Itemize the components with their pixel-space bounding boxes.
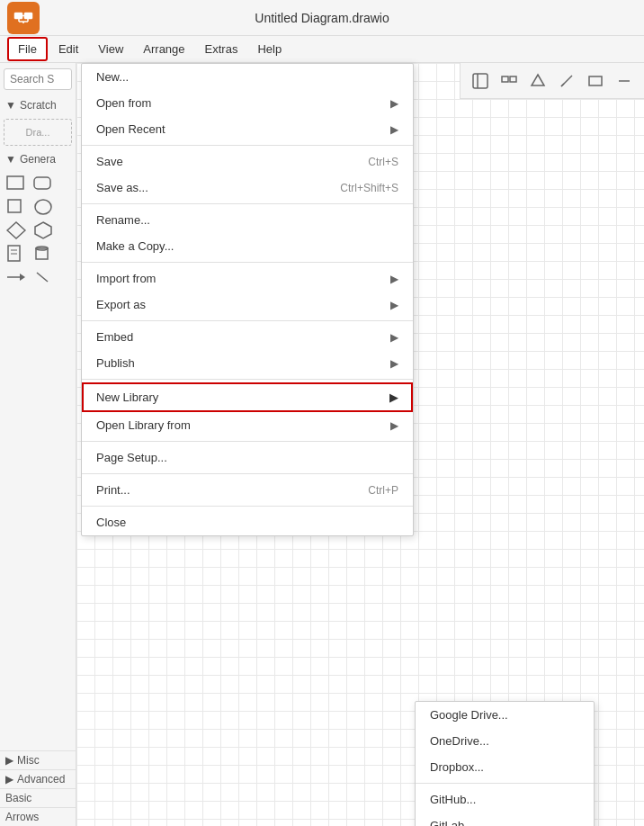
sidebar: ▼ Scratch Dra... ▼ Genera [0,63,76,826]
arrows-label: Arrows [5,811,39,823]
sep-8 [82,506,413,507]
svg-marker-25 [532,75,544,85]
shape-more[interactable] [31,266,56,288]
shapes-area [0,169,76,750]
shape-cylinder[interactable] [31,243,56,265]
submenu-google-drive-label: Google Drive... [430,708,508,722]
menu-item-print-label: Print... [96,483,130,497]
shape-circle[interactable] [31,196,56,218]
menu-item-export-as-label: Export as [96,298,146,311]
svg-point-10 [35,200,51,214]
shape-diamond[interactable] [4,220,29,241]
submenu-gitlab[interactable]: GitLab... [416,813,594,826]
shape-document[interactable] [4,243,29,265]
shape-rect[interactable] [4,173,29,194]
svg-rect-0 [14,13,22,19]
group-button[interactable] [496,68,522,94]
svg-line-20 [37,273,48,282]
sidebar-general-section[interactable]: ▼ Genera [0,149,76,169]
scratch-placeholder: Dra... [26,127,50,138]
publish-arrow: ▶ [390,357,398,370]
shape-hexagon[interactable] [31,220,56,241]
svg-marker-19 [20,274,25,281]
rect-button[interactable] [583,68,608,94]
menu-item-new[interactable]: New... [82,64,413,90]
print-shortcut: Ctrl+P [368,484,398,497]
basic-label: Basic [5,792,31,804]
submenu-onedrive[interactable]: OneDrive... [416,728,594,754]
menu-item-import-from-label: Import from [96,272,156,285]
menu-file[interactable]: File [7,37,48,61]
submenu-google-drive[interactable]: Google Drive... [416,702,594,728]
sep-4 [82,320,413,321]
menu-item-publish-label: Publish [96,356,135,370]
advanced-arrow: ▶ [5,773,13,786]
edit-button[interactable] [554,68,579,94]
menu-item-close[interactable]: Close [82,509,413,535]
search-input[interactable] [4,68,72,90]
menu-arrange[interactable]: Arrange [134,39,193,59]
menu-item-rename[interactable]: Rename... [82,207,413,233]
new-library-wrapper: New Library ▶ Google Drive... OneDrive..… [82,382,413,412]
open-library-from-arrow: ▶ [390,419,398,432]
shape-square[interactable] [4,196,29,218]
embed-arrow: ▶ [390,331,398,344]
sidebar-arrows-section[interactable]: Arrows [0,807,76,826]
menu-item-open-library-from[interactable]: Open Library from ▶ [82,412,413,438]
menu-item-embed[interactable]: Embed ▶ [82,324,413,350]
menu-item-publish[interactable]: Publish ▶ [82,350,413,376]
shape-row-2 [4,196,72,218]
sep-5 [82,379,413,380]
scratch-label: Scratch [20,99,57,112]
toggle-panel-button[interactable] [468,68,493,94]
app-logo [7,2,40,34]
submenu-dropbox-label: Dropbox... [430,760,484,774]
svg-rect-8 [34,177,50,189]
menu-item-print[interactable]: Print... Ctrl+P [82,477,413,503]
shape-row-5 [4,266,72,288]
menu-item-page-setup-label: Page Setup... [96,451,167,464]
menu-item-save[interactable]: Save Ctrl+S [82,148,413,175]
shape-arrow[interactable] [4,266,29,288]
svg-rect-23 [502,76,508,82]
submenu-github[interactable]: GitHub... [416,786,594,813]
sep-2 [82,203,413,204]
menu-item-page-setup[interactable]: Page Setup... [82,444,413,471]
menu-help[interactable]: Help [248,39,291,59]
menu-item-make-copy[interactable]: Make a Copy... [82,233,413,259]
menu-item-open-from[interactable]: Open from ▶ [82,90,413,116]
svg-rect-7 [7,176,23,189]
submenu-dropbox[interactable]: Dropbox... [416,754,594,780]
sidebar-scratch-section[interactable]: ▼ Scratch [0,95,76,115]
sidebar-advanced-section[interactable]: ▶ Advanced [0,769,76,788]
submenu-github-label: GitHub... [430,793,476,806]
menu-view[interactable]: View [89,39,132,59]
sidebar-basic-section[interactable]: Basic [0,788,76,807]
fill-button[interactable] [525,68,550,94]
menu-item-save-as-label: Save as... [96,181,148,194]
menu-edit[interactable]: Edit [49,39,87,59]
file-menu-dropdown: New... Open from ▶ Open Recent ▶ Save Ct… [81,63,414,536]
menu-item-save-as[interactable]: Save as... Ctrl+Shift+S [82,175,413,201]
svg-rect-21 [473,74,487,88]
menu-item-new-library[interactable]: New Library ▶ [82,382,413,412]
sidebar-misc-section[interactable]: ▶ Misc [0,750,76,769]
sep-7 [82,473,413,474]
menu-item-import-from[interactable]: Import from ▶ [82,265,413,292]
submenu-onedrive-label: OneDrive... [430,734,489,748]
new-library-arrow: ▶ [389,391,398,404]
shape-rounded[interactable] [31,173,56,194]
menu-item-rename-label: Rename... [96,213,150,227]
menu-item-open-recent-label: Open Recent [96,122,165,136]
menu-item-export-as[interactable]: Export as ▶ [82,292,413,318]
export-as-arrow: ▶ [390,299,398,311]
svg-marker-12 [35,222,51,238]
sep-3 [82,262,413,263]
menu-item-open-library-from-label: Open Library from [96,418,191,432]
minus-button[interactable] [612,68,637,94]
menu-extras[interactable]: Extras [196,39,247,59]
svg-rect-9 [8,200,21,212]
svg-rect-24 [510,76,516,82]
menu-item-open-recent[interactable]: Open Recent ▶ [82,116,413,142]
general-label: Genera [20,153,56,166]
